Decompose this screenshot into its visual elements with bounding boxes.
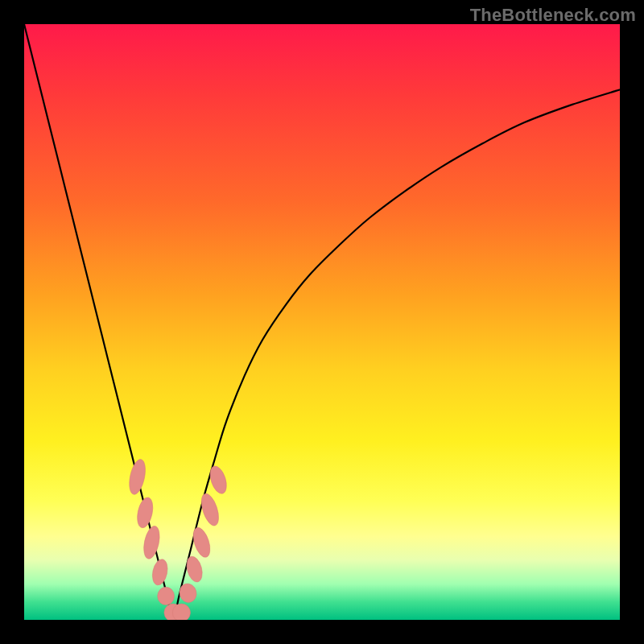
curve-marker [151,558,170,587]
bottleneck-curve [24,24,620,620]
curve-marker [141,525,162,560]
curve-marker [184,555,205,584]
curve-marker [198,492,222,528]
chart-frame: TheBottleneck.com [0,0,644,644]
plot-area [24,24,620,620]
curve-marker [207,464,229,495]
marker-group [126,458,229,620]
curve-svg [24,24,620,620]
curve-marker [135,496,155,529]
watermark-text: TheBottleneck.com [470,5,636,26]
curve-marker [158,587,175,605]
curve-marker [172,604,190,620]
curve-marker [177,582,198,605]
curve-marker [190,526,213,559]
curve-marker [126,458,148,496]
